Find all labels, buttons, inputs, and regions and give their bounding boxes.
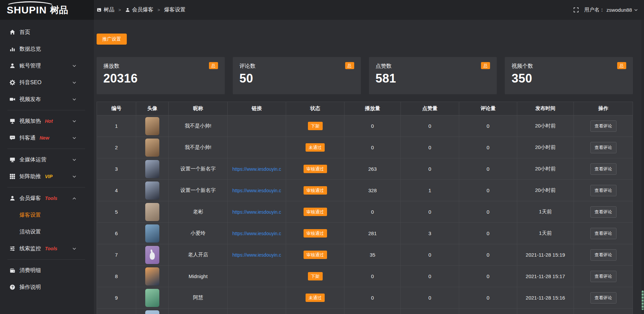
- link-cell: [228, 309, 286, 314]
- username: zswodun88: [606, 7, 632, 13]
- publish-time-cell: 20小时前: [517, 137, 574, 158]
- breadcrumb-item-shupin[interactable]: 树品: [97, 6, 114, 13]
- likes-cell: 0: [401, 115, 459, 137]
- column-header: 昵称: [169, 102, 228, 115]
- sidebar-item-matrix-boost[interactable]: 矩阵助推VIP: [0, 168, 94, 185]
- table-row: 8Midnight下架0002021-11-28 15:17查看评论: [97, 266, 633, 287]
- status-badge: 审核通过: [304, 229, 327, 238]
- scrollbar-thumb[interactable]: [642, 291, 644, 310]
- sidebar-item-label: 视频加热: [19, 118, 41, 125]
- video-icon: [9, 96, 15, 102]
- link-cell: https://www.iesdouyin.c: [228, 158, 286, 180]
- videos-table: 编号头像昵称链接状态播放量点赞量评论量发布时间操作1我不是小帅!下架00020小…: [97, 102, 633, 314]
- status-badge: 审核通过: [304, 251, 327, 259]
- sidebar-item-home[interactable]: 首页: [0, 24, 94, 41]
- sidebar-item-label: 全媒体运营: [19, 156, 46, 163]
- video-link[interactable]: https://www.iesdouyin.c: [230, 188, 283, 193]
- row-id-cell: 4: [97, 180, 136, 201]
- avatar: [145, 267, 159, 285]
- link-cell: https://www.iesdouyin.c: [228, 180, 286, 201]
- sidebar-subitem-activity-settings[interactable]: 活动设置: [0, 223, 94, 240]
- sidebar-item-video-publish[interactable]: 视频发布: [0, 91, 94, 108]
- avatar-cell: [136, 137, 169, 158]
- view-comments-button[interactable]: 查看评论: [590, 228, 616, 239]
- sidebar-item-operation-guide[interactable]: ?操作说明: [0, 279, 94, 296]
- action-cell: 查看评论: [574, 158, 633, 180]
- nickname-cell: 设置一个新名字: [169, 158, 228, 180]
- view-comments-button[interactable]: 查看评论: [590, 185, 616, 196]
- video-link[interactable]: https://www.iesdouyin.c: [230, 231, 283, 236]
- action-cell: 查看评论: [574, 244, 633, 266]
- stat-card-comments: 评论数50总: [233, 57, 361, 94]
- status-badge: 未通过: [306, 294, 325, 302]
- sidebar-item-douketong[interactable]: 抖客通New: [0, 129, 94, 146]
- sidebar-subitem-baoke-settings[interactable]: 爆客设置: [0, 207, 94, 223]
- video-link[interactable]: https://www.iesdouyin.c: [230, 166, 283, 172]
- fullscreen-icon[interactable]: [573, 7, 579, 13]
- action-cell: 查看评论: [574, 180, 633, 201]
- chevron-down-icon: [634, 8, 638, 12]
- sidebar-item-douyin-seo[interactable]: 抖音SEO: [0, 74, 94, 91]
- column-header: 操作: [574, 102, 633, 115]
- avatar-cell: [136, 201, 169, 223]
- plays-cell: 0: [344, 115, 401, 137]
- likes-cell: 0: [401, 158, 459, 180]
- sidebar-item-consumption-detail[interactable]: 消费明细: [0, 262, 94, 279]
- plays-cell: 0: [344, 137, 401, 158]
- chevron-down-icon: [72, 158, 76, 162]
- view-comments-button[interactable]: 查看评论: [590, 163, 616, 175]
- nickname-cell: 小爱玲: [169, 223, 228, 244]
- app-logo[interactable]: SHUPIN 树品: [0, 0, 94, 20]
- comments-cell: 0: [459, 137, 517, 158]
- view-comments-button[interactable]: 查看评论: [590, 271, 616, 282]
- table-row: 7老人开店https://www.iesdouyin.c审核通过35002021…: [97, 244, 633, 266]
- comments-cell: 0: [459, 201, 517, 223]
- row-id-cell: 2: [97, 137, 136, 158]
- video-link[interactable]: https://www.iesdouyin.c: [230, 252, 283, 258]
- breadcrumb-item-member-baoke[interactable]: 会员爆客: [125, 6, 154, 13]
- column-header: 编号: [97, 102, 136, 115]
- action-cell: 查看评论: [574, 266, 633, 287]
- breadcrumb-item-baoke-settings[interactable]: 爆客设置: [164, 6, 185, 13]
- sidebar-item-clue-monitor[interactable]: 线索监控Tools: [0, 240, 94, 257]
- comments-cell: 0: [459, 223, 517, 244]
- nickname-cell: 设置一个新名字: [169, 180, 228, 201]
- chevron-down-icon: [72, 136, 76, 140]
- view-comments-button[interactable]: 查看评论: [590, 120, 616, 132]
- status-badge: 审核通过: [304, 208, 327, 216]
- status-cell: 未通过: [286, 287, 344, 309]
- promo-settings-button[interactable]: 推广设置: [97, 34, 127, 45]
- avatar: [145, 310, 159, 314]
- stat-total-badge: 总: [617, 62, 626, 69]
- row-id-cell: 6: [97, 223, 136, 244]
- sidebar-item-member-baoke[interactable]: 会员爆客Tools: [0, 190, 94, 207]
- sidebar-item-label: 数据总览: [19, 46, 41, 53]
- user-menu[interactable]: 用户名： zswodun88: [584, 7, 638, 13]
- gear-icon: [9, 80, 15, 86]
- view-comments-button[interactable]: 查看评论: [590, 249, 616, 261]
- link-cell: [228, 115, 286, 137]
- view-comments-button[interactable]: 查看评论: [590, 142, 616, 153]
- view-comments-button[interactable]: 查看评论: [590, 206, 616, 218]
- user-icon: [9, 63, 15, 69]
- avatar: [145, 139, 159, 157]
- sidebar-item-data-overview[interactable]: 数据总览: [0, 41, 94, 57]
- likes-cell: 0: [401, 266, 459, 287]
- breadcrumb-label: 会员爆客: [132, 6, 154, 13]
- row-id-cell: 9: [97, 287, 136, 309]
- comments-cell: [459, 309, 517, 314]
- table-header-row: 编号头像昵称链接状态播放量点赞量评论量发布时间操作: [97, 102, 633, 115]
- scrollbar-track[interactable]: [641, 20, 644, 314]
- video-link[interactable]: https://www.iesdouyin.c: [230, 209, 283, 215]
- sidebar-item-account-management[interactable]: 账号管理: [0, 57, 94, 74]
- question-icon: ?: [9, 284, 15, 290]
- sidebar-item-omni-media[interactable]: 全媒体运营: [0, 151, 94, 168]
- nickname-cell: Midnight: [169, 266, 228, 287]
- status-badge: 审核通过: [304, 186, 327, 195]
- wallet-icon: [9, 267, 15, 273]
- billboard-icon: [9, 118, 15, 124]
- view-comments-button[interactable]: 查看评论: [590, 292, 616, 304]
- top-bar: SHUPIN 树品 树品>会员爆客>爆客设置 用户名： zswodun88: [0, 0, 644, 20]
- stat-total-badge: 总: [345, 62, 354, 69]
- sidebar-item-video-heating[interactable]: 视频加热Hot: [0, 113, 94, 129]
